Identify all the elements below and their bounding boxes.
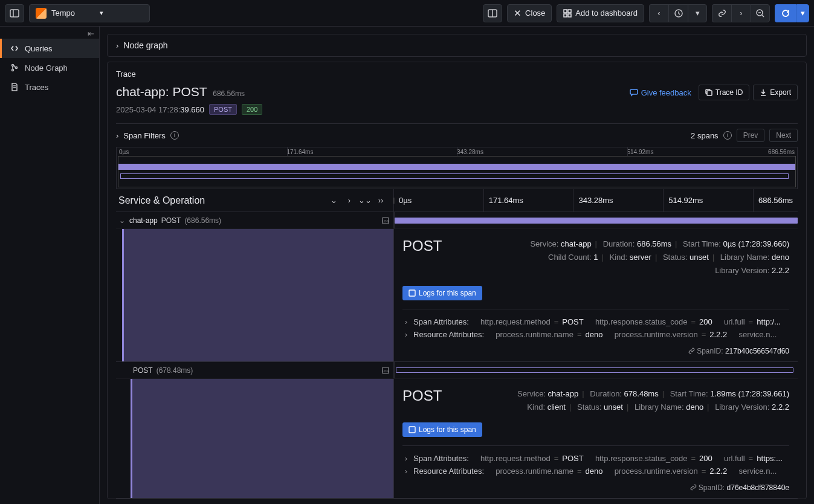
prev-button[interactable]: Prev: [737, 129, 765, 142]
svg-text:LOG: LOG: [383, 369, 389, 373]
sidebar-item-traces[interactable]: Traces: [0, 77, 99, 97]
node-graph-toggle[interactable]: › Node graph: [108, 34, 806, 56]
time-prev-button[interactable]: ‹: [649, 4, 668, 22]
file-icon: [10, 83, 19, 91]
export-button[interactable]: Export: [753, 85, 798, 100]
expand-one-button[interactable]: ›: [343, 194, 356, 207]
svg-rect-7: [568, 14, 571, 17]
span-meta: Service: chat-app| Duration: 678.48ms| S…: [517, 387, 789, 414]
time-col-1: 171.64ms: [484, 189, 574, 212]
run-query-button[interactable]: [775, 4, 796, 22]
span-row[interactable]: POST (678.48ms) LOG: [116, 362, 798, 379]
datasource-name: Tempo: [51, 8, 95, 18]
svg-rect-24: [409, 427, 415, 433]
download-icon: [760, 89, 767, 96]
time-next-button[interactable]: ›: [731, 4, 751, 22]
time-col-0: 0µs: [394, 189, 484, 212]
span-row[interactable]: ⌄ chat-app POST (686.56ms) LOG: [116, 212, 798, 229]
span-count: 2 spans: [691, 131, 719, 140]
resource-attributes-row[interactable]: › Resource Attributes: process.runtime.n…: [402, 465, 789, 477]
svg-rect-21: [409, 290, 415, 296]
column-resize-handle[interactable]: ||: [391, 189, 397, 212]
svg-rect-4: [564, 10, 567, 13]
zoom-out-icon: [756, 9, 764, 18]
svg-rect-17: [630, 89, 638, 94]
branch-icon: [10, 63, 19, 72]
chevron-right-icon: ›: [116, 41, 118, 50]
share-button[interactable]: [712, 4, 731, 22]
give-feedback-link[interactable]: Give feedback: [626, 88, 695, 97]
trace-id-button[interactable]: Trace ID: [699, 85, 750, 100]
split-button[interactable]: [483, 4, 502, 22]
link-icon: [690, 484, 697, 491]
trace-name: chat-app: POST: [116, 85, 207, 99]
span-meta: Service: chat-app| Duration: 686.56ms| S…: [530, 237, 789, 277]
logs-for-span-button[interactable]: Logs for this span: [402, 422, 482, 437]
time-col-4: 686.56ms: [754, 189, 798, 212]
svg-line-10: [762, 15, 764, 17]
method-badge: POST: [209, 104, 237, 115]
add-to-dashboard-button[interactable]: Add to dashboard: [557, 4, 644, 22]
logs-icon: [409, 426, 416, 433]
svg-rect-0: [10, 10, 19, 17]
span-attributes-row[interactable]: › Span Attributes: http.request.method =…: [402, 452, 789, 465]
svg-rect-6: [564, 14, 567, 17]
resource-attributes-row[interactable]: › Resource Attributes: process.runtime.n…: [402, 328, 789, 341]
svg-point-14: [16, 67, 18, 69]
chevron-down-icon: ▾: [100, 9, 143, 17]
svg-point-13: [12, 69, 14, 71]
tempo-logo-icon: [36, 8, 47, 19]
svg-rect-5: [568, 10, 571, 13]
zoom-out-button[interactable]: [751, 4, 770, 22]
info-icon[interactable]: i: [723, 131, 732, 140]
span-operation: POST: [402, 237, 442, 254]
collapse-all-button[interactable]: ⌄⌄: [358, 194, 372, 207]
logs-icon[interactable]: LOG: [381, 366, 390, 375]
svg-rect-18: [707, 91, 712, 95]
sidebar-item-nodegraph[interactable]: Node Graph: [0, 58, 99, 77]
link-icon: [688, 347, 695, 354]
chevron-right-icon[interactable]: ›: [116, 131, 118, 140]
time-dropdown-button[interactable]: ▾: [688, 4, 707, 22]
trace-timestamp: 2025-03-04 17:28:39.660: [116, 105, 204, 114]
node-graph-title: Node graph: [123, 40, 167, 50]
sidebar-item-queries[interactable]: Queries: [0, 39, 99, 58]
close-button[interactable]: ✕ Close: [507, 4, 552, 22]
refresh-icon: [781, 9, 790, 18]
datasource-picker[interactable]: Tempo ▾: [29, 4, 150, 22]
link-icon: [718, 9, 726, 18]
trace-minimap[interactable]: 0µs 171.64ms 343.28ms 514.92ms 686.56ms: [116, 147, 798, 189]
logs-icon: [409, 289, 416, 297]
logs-icon[interactable]: LOG: [381, 216, 390, 225]
dock-toggle-button[interactable]: [5, 4, 24, 22]
close-label: Close: [525, 8, 545, 18]
time-col-3: 514.92ms: [664, 189, 754, 212]
add-dashboard-label: Add to dashboard: [575, 8, 638, 18]
clock-icon: [674, 9, 683, 18]
collapse-sidebar-icon[interactable]: ⇤: [88, 29, 94, 38]
status-badge: 200: [242, 104, 262, 115]
close-icon: ✕: [514, 8, 522, 19]
span-id[interactable]: SpanID: 217b40c566547d60: [402, 347, 789, 355]
chevron-down-icon[interactable]: ⌄: [118, 216, 126, 225]
next-button[interactable]: Next: [769, 129, 798, 142]
queries-label: Queries: [25, 44, 53, 53]
time-col-2: 343.28ms: [573, 189, 664, 212]
nodegraph-label: Node Graph: [25, 63, 68, 73]
time-picker-button[interactable]: [668, 4, 688, 22]
logs-for-span-button[interactable]: Logs for this span: [402, 286, 482, 300]
info-icon[interactable]: i: [170, 131, 179, 140]
expand-all-button[interactable]: ››: [374, 194, 387, 207]
run-options-button[interactable]: ▾: [796, 4, 809, 22]
trace-duration: 686.56ms: [213, 89, 245, 98]
span-operation: POST: [402, 387, 442, 404]
service-operation-title: Service & Operation: [118, 195, 205, 206]
code-icon: [10, 44, 19, 53]
collapse-one-button[interactable]: ⌄: [327, 194, 340, 207]
span-filters-label: Span Filters: [123, 131, 165, 140]
span-attributes-row[interactable]: › Span Attributes: http.request.method =…: [402, 315, 789, 328]
span-id[interactable]: SpanID: d76e4b8df878840e: [402, 483, 789, 492]
grid-icon: [563, 9, 572, 18]
copy-icon: [705, 89, 712, 96]
svg-text:LOG: LOG: [383, 219, 389, 223]
